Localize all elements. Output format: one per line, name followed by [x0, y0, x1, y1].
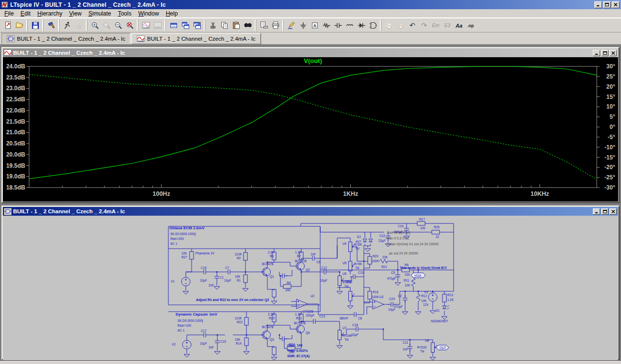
- toolbar-button-rotate: E3: [441, 19, 453, 31]
- toolbar-button-plot-settings: [152, 19, 163, 31]
- schem-close-button[interactable]: [609, 208, 617, 215]
- toolbar-button-print[interactable]: [270, 19, 281, 31]
- svg-text:U3: U3: [379, 295, 384, 299]
- menu-item-simulate[interactable]: Simulate: [85, 10, 114, 17]
- close-button[interactable]: [612, 1, 620, 8]
- toolbar-button-find[interactable]: [242, 19, 254, 31]
- svg-text:10µF: 10µF: [224, 279, 231, 283]
- net-label-icon: A: [310, 21, 319, 30]
- svg-text:U6: U6: [343, 272, 347, 275]
- schem-maximize-button[interactable]: [601, 208, 608, 215]
- undo-icon: ↶: [408, 21, 417, 30]
- toolbar-button-capacitor[interactable]: [332, 19, 344, 31]
- toolbar-button-text[interactable]: Aa: [453, 19, 465, 31]
- waveform-window-titlebar[interactable]: BUILT - 1 _ 2 Channel _ Czech _ 2.4mA - …: [3, 48, 618, 57]
- svg-text:1.2K: 1.2K: [447, 298, 454, 301]
- app-title: LTspice IV - BUILT - 1 _ 2 Channel _ Cze…: [10, 1, 594, 8]
- zoom-back-icon: [102, 21, 111, 30]
- toolbar-button-diode[interactable]: [356, 19, 367, 31]
- svg-text:18.5dB: 18.5dB: [6, 184, 26, 191]
- menu-item-window[interactable]: Window: [135, 10, 163, 17]
- toolbar-button-zoom-back: [101, 19, 113, 31]
- toolbar-button-undo[interactable]: ↶: [407, 19, 418, 31]
- menu-item-hierarchy[interactable]: Hierarchy: [34, 10, 65, 17]
- toolbar-button-paste[interactable]: [230, 19, 242, 31]
- menu-item-help[interactable]: Help: [163, 10, 181, 17]
- minimize-button[interactable]: [594, 1, 602, 8]
- toolbar-button-zoom-in[interactable]: [89, 19, 101, 31]
- svg-text:10K: 10K: [421, 299, 427, 302]
- maximize-button[interactable]: [603, 1, 611, 8]
- toolbar-button-autorange-y[interactable]: [140, 19, 152, 31]
- svg-text:Dynamic Capsule 1mV: Dynamic Capsule 1mV: [176, 312, 217, 317]
- tab-waveform[interactable]: BUILT - 1 _ 2 Channel _ Czech _ 2.4mA - …: [131, 33, 261, 44]
- svg-text:This node is V(out) Great E!!!: This node is V(out) Great E!!!: [400, 266, 447, 270]
- toolbar-button-zoom-out[interactable]: [113, 19, 124, 31]
- schematic-window: BUILT - 1 _ 2 Channel _ Czech _ 2.4mA - …: [1, 206, 620, 360]
- plot-close-button[interactable]: [609, 50, 617, 56]
- diode-icon: [357, 21, 366, 30]
- schematic-window-titlebar[interactable]: BUILT - 1 _ 2 Channel _ Czech _ 2.4mA - …: [3, 207, 618, 216]
- toolbar-button-ground[interactable]: [297, 19, 309, 31]
- svg-text:C6: C6: [316, 260, 321, 264]
- toolbar-button-wire[interactable]: [286, 19, 297, 31]
- toolbar-button-save[interactable]: [30, 19, 41, 31]
- toolbar-button-cascade-windows[interactable]: [180, 19, 191, 31]
- toolbar-button-spice-directive[interactable]: .op: [465, 19, 476, 31]
- svg-text:SNR: 87.27(A): SNR: 87.27(A): [287, 354, 310, 358]
- menu-item-edit[interactable]: Edit: [17, 10, 34, 17]
- waveform-window-title: BUILT - 1 _ 2 Channel _ Czech _ 2.4mA - …: [13, 50, 593, 56]
- menu-item-tools[interactable]: Tools: [114, 10, 135, 17]
- svg-text:-20°: -20°: [605, 164, 615, 171]
- svg-text:22K: 22K: [382, 255, 388, 259]
- toolbar-button-inductor[interactable]: [344, 19, 356, 31]
- toolbar-button-resistor[interactable]: [321, 19, 332, 31]
- svg-text:10µF: 10µF: [200, 279, 207, 283]
- schematic-canvas[interactable]: Ohlava ECM 2.6mVSK.D0.0000-1000jRser=200…: [3, 216, 618, 360]
- toolbar-button-print-preview[interactable]: [258, 19, 270, 31]
- tab-schematic[interactable]: BUILT - 1 _ 2 Channel _ Czech _ 2.4mA - …: [1, 33, 131, 44]
- svg-text:R22: R22: [237, 320, 243, 324]
- svg-text:-25°: -25°: [605, 174, 615, 181]
- svg-text:19.0dB: 19.0dB: [6, 173, 26, 180]
- toolbar-button-new-schematic[interactable]: [2, 19, 14, 31]
- toolbar: A↶↷EmE3Aa.op: [0, 18, 621, 32]
- svg-text:Tol: Tol: [344, 285, 348, 288]
- run-icon: [63, 21, 72, 30]
- svg-text:10µF: 10µF: [200, 342, 207, 346]
- toolbar-button-component[interactable]: [367, 19, 379, 31]
- toolbar-button-move[interactable]: [383, 19, 395, 31]
- svg-text:68nF: 68nF: [345, 280, 353, 283]
- toolbar-button-run[interactable]: [62, 19, 73, 31]
- svg-text:R19: R19: [269, 317, 275, 320]
- svg-text:15°: 15°: [606, 94, 615, 100]
- svg-text:U4: U4: [343, 242, 347, 245]
- svg-text:20.5dB: 20.5dB: [6, 140, 26, 147]
- toolbar-button-window-bar[interactable]: [168, 19, 180, 31]
- toolbar-button-drag[interactable]: [395, 19, 407, 31]
- main-titlebar: LTspice IV - BUILT - 1 _ 2 Channel _ Cze…: [0, 0, 621, 9]
- svg-text:Em: Em: [432, 23, 440, 28]
- toolbar-button-copy[interactable]: [219, 19, 230, 31]
- toolbar-button-tile-windows[interactable]: [191, 19, 203, 31]
- plot-minimize-button[interactable]: [593, 50, 600, 56]
- toolbar-button-control-panel[interactable]: [46, 19, 57, 31]
- toolbar-button-zoom-full[interactable]: [124, 19, 136, 31]
- toolbar-button-open-file[interactable]: [14, 19, 25, 31]
- menu-item-view[interactable]: View: [65, 10, 85, 17]
- svg-text:10KHz: 10KHz: [530, 190, 549, 197]
- schem-minimize-button[interactable]: [593, 208, 600, 215]
- zoom-out-icon: [114, 21, 123, 30]
- plot-maximize-button[interactable]: [601, 50, 608, 56]
- svg-text:R13: R13: [447, 293, 453, 297]
- menu-item-file[interactable]: File: [1, 10, 17, 17]
- toolbar-button-halt: [73, 19, 85, 31]
- toolbar-button-net-label[interactable]: A: [309, 19, 321, 31]
- waveform-plot[interactable]: 24.0dB23.5dB23.0dB22.5dB22.0dB21.5dB21.0…: [3, 57, 618, 202]
- svg-text:1.2K: 1.2K: [295, 313, 302, 316]
- toolbar-button-cut[interactable]: [207, 19, 219, 31]
- svg-text:R21: R21: [381, 265, 387, 269]
- svg-text:10µF: 10µF: [320, 279, 327, 283]
- svg-text:↷: ↷: [421, 21, 427, 29]
- svg-text:SK.D0.0000-1000j: SK.D0.0000-1000j: [178, 319, 203, 323]
